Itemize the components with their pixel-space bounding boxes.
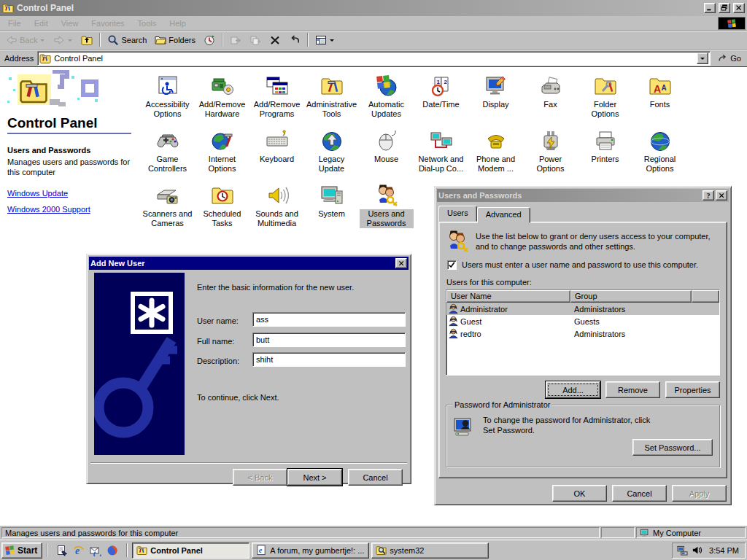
applet-legacy-update[interactable]: Legacy Update bbox=[304, 126, 359, 181]
apply-button[interactable]: Apply bbox=[672, 485, 727, 502]
applet-internet-options[interactable]: Internet Options bbox=[195, 126, 249, 181]
applet-auto-updates[interactable]: Automatic Updates bbox=[359, 71, 414, 126]
close-button[interactable] bbox=[733, 3, 745, 13]
history-button[interactable] bbox=[200, 32, 219, 48]
quicklaunch-outlook-express[interactable] bbox=[89, 544, 102, 557]
copy-to-button[interactable] bbox=[246, 32, 265, 48]
quicklaunch-show-desktop[interactable] bbox=[55, 544, 69, 557]
my-computer-icon bbox=[640, 528, 650, 538]
user-name-field[interactable] bbox=[252, 312, 406, 327]
forward-button[interactable] bbox=[50, 32, 77, 48]
network-tray-icon[interactable] bbox=[677, 545, 688, 556]
applet-users-passwords[interactable]: Users and Passwords bbox=[359, 181, 414, 236]
applet-keyboard[interactable]: Keyboard bbox=[249, 126, 304, 181]
back-button[interactable]: Back bbox=[2, 32, 49, 48]
applet-date-time[interactable]: 12 Date/Time bbox=[414, 71, 468, 126]
users-dialog-close-button[interactable] bbox=[716, 190, 727, 201]
applet-sounds[interactable]: Sounds and Multimedia bbox=[249, 181, 304, 236]
user-group-cell: Administrators bbox=[570, 305, 692, 314]
add-button[interactable]: Add... bbox=[546, 381, 600, 398]
move-to-button[interactable] bbox=[226, 32, 245, 48]
ok-button[interactable]: OK bbox=[552, 485, 607, 502]
up-button[interactable] bbox=[77, 32, 96, 48]
delete-button[interactable] bbox=[266, 32, 285, 48]
applet-scanners[interactable]: Scanners and Cameras bbox=[140, 181, 195, 236]
volume-tray-icon[interactable] bbox=[692, 545, 703, 556]
next-button[interactable]: Next > bbox=[287, 469, 342, 486]
quicklaunch-internet-explorer[interactable]: e bbox=[72, 544, 85, 557]
full-name-field[interactable] bbox=[252, 332, 406, 347]
task-label: A forum, my gumbertje!: ... bbox=[270, 546, 364, 555]
applet-mouse[interactable]: Mouse bbox=[359, 126, 414, 181]
svg-text:A: A bbox=[654, 83, 661, 95]
start-button[interactable]: Start bbox=[1, 542, 42, 559]
description-field[interactable] bbox=[252, 352, 406, 367]
set-password-button[interactable]: Set Password... bbox=[632, 439, 713, 456]
applet-phone-modem[interactable]: Phone and Modem ... bbox=[468, 126, 523, 181]
back-wizard-button[interactable]: < Back bbox=[233, 469, 287, 486]
undo-button[interactable] bbox=[285, 32, 304, 48]
help-button[interactable]: ? bbox=[703, 190, 714, 201]
restore-button[interactable] bbox=[719, 3, 730, 13]
applet-add-programs[interactable]: Add/Remove Programs bbox=[249, 71, 304, 126]
address-icon bbox=[39, 52, 51, 64]
applet-folder-options[interactable]: Folder Options bbox=[578, 71, 632, 126]
views-button[interactable] bbox=[311, 32, 338, 48]
applet-add-hardware[interactable]: Add/Remove Hardware bbox=[195, 71, 249, 126]
applet-display[interactable]: Display bbox=[468, 71, 523, 126]
tab-advanced[interactable]: Advanced bbox=[477, 207, 530, 223]
user-row-guest[interactable]: Guest Guests bbox=[446, 315, 719, 327]
menu-help[interactable]: Help bbox=[163, 18, 193, 29]
applet-power-options[interactable]: Power Options bbox=[523, 126, 578, 181]
address-label: Address bbox=[2, 54, 34, 63]
applet-system[interactable]: System bbox=[304, 181, 359, 236]
remove-button[interactable]: Remove bbox=[605, 381, 660, 398]
address-combo[interactable]: Control Panel bbox=[37, 51, 711, 66]
admin-tools-icon bbox=[320, 74, 344, 98]
applet-fax[interactable]: Fax bbox=[523, 71, 578, 126]
users-tab-page: Use the list below to grant or deny user… bbox=[438, 222, 727, 478]
address-dropdown-button[interactable] bbox=[697, 52, 708, 64]
menu-edit[interactable]: Edit bbox=[28, 18, 55, 29]
minimize-button[interactable] bbox=[704, 3, 716, 13]
properties-button[interactable]: Properties bbox=[665, 381, 720, 398]
status-pane-empty bbox=[601, 527, 635, 538]
user-row-administrator[interactable]: Administrator Administrators bbox=[446, 303, 719, 315]
search-button[interactable]: Search bbox=[104, 32, 150, 48]
users-passwords-icon bbox=[375, 184, 398, 207]
scanners-icon bbox=[156, 184, 179, 207]
applet-network[interactable]: Network and Dial-up Co... bbox=[414, 126, 468, 181]
applet-fonts[interactable]: AA Fonts bbox=[632, 71, 687, 126]
applet-accessibility[interactable]: Accessibility Options bbox=[140, 71, 195, 126]
column-group[interactable]: Group bbox=[570, 290, 692, 303]
toolbar-separator bbox=[222, 33, 223, 47]
applet-label: Folder Options bbox=[578, 100, 632, 119]
taskbar-task-ie-page[interactable]: e A forum, my gumbertje!: ... bbox=[252, 542, 369, 559]
system-tray: 3:54 PM bbox=[672, 542, 746, 559]
windows-2000-support-link[interactable]: Windows 2000 Support bbox=[7, 205, 131, 214]
tab-users[interactable]: Users bbox=[438, 206, 477, 222]
taskbar-task-search-folder[interactable]: system32 bbox=[371, 542, 489, 559]
menu-file[interactable]: File bbox=[1, 18, 28, 29]
taskbar-task-control-panel[interactable]: Control Panel bbox=[132, 542, 249, 559]
menu-view[interactable]: View bbox=[55, 18, 85, 29]
adduser-close-button[interactable] bbox=[395, 258, 407, 268]
user-group-cell: Administrators bbox=[570, 330, 692, 338]
applet-regional[interactable]: Regional Options bbox=[632, 126, 687, 181]
quicklaunch-firefox[interactable] bbox=[106, 544, 119, 557]
menu-tools[interactable]: Tools bbox=[131, 18, 163, 29]
windows-update-link[interactable]: Windows Update bbox=[7, 189, 131, 198]
forward-dropdown-caret bbox=[67, 37, 73, 43]
cancel-wizard-button[interactable]: Cancel bbox=[348, 469, 403, 486]
applet-admin-tools[interactable]: Administrative Tools bbox=[304, 71, 359, 126]
column-user-name[interactable]: User Name bbox=[446, 290, 570, 303]
applet-printers[interactable]: Printers bbox=[578, 126, 632, 181]
applet-game-controllers[interactable]: Game Controllers bbox=[140, 126, 195, 181]
folders-button[interactable]: Folders bbox=[151, 32, 199, 48]
cancel-button[interactable]: Cancel bbox=[612, 485, 667, 502]
users-must-enter-checkbox[interactable] bbox=[447, 260, 457, 270]
applet-scheduled-tasks[interactable]: Scheduled Tasks bbox=[195, 181, 249, 236]
user-row-redtro[interactable]: redtro Administrators bbox=[446, 327, 719, 340]
go-button[interactable]: Go bbox=[714, 51, 745, 66]
menu-favorites[interactable]: Favorites bbox=[85, 18, 131, 29]
